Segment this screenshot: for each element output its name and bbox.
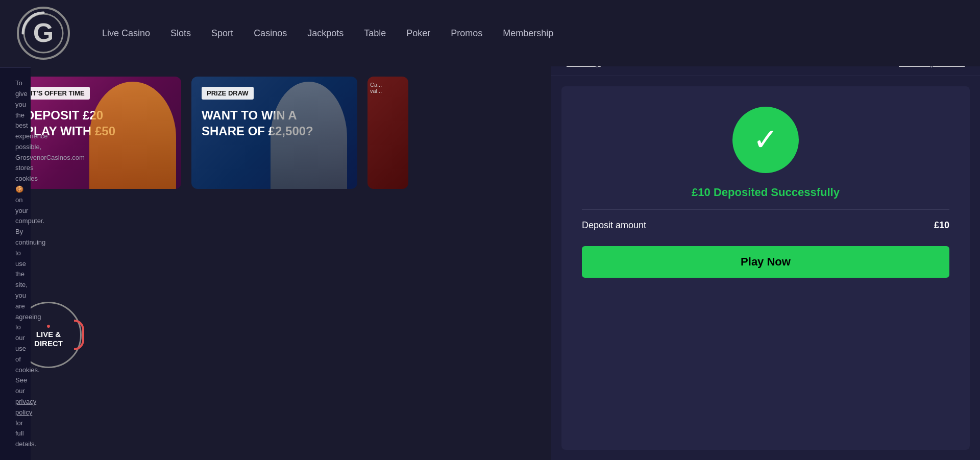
deposit-success-area: ✓ £10 Deposited Successfully Deposit amo… bbox=[561, 86, 970, 450]
cookie-privacy-link[interactable]: privacy policy bbox=[15, 398, 36, 416]
nav-promos[interactable]: Promos bbox=[440, 23, 493, 44]
main-content: IT'S OFFER TIME DEPOSIT £20PLAY WITH £50… bbox=[0, 66, 424, 460]
nav-live-casino[interactable]: Live Casino bbox=[92, 23, 160, 44]
main-nav: Live Casino Slots Sport Casinos Jackpots… bbox=[92, 23, 965, 44]
cookie-text-after-link: for full details. bbox=[15, 419, 36, 448]
promo-card-2[interactable]: PRIZE DRAW WANT TO WIN ASHARE OF £2,500?… bbox=[191, 77, 357, 189]
header: G Live Casino Slots Sport Casinos Jackpo… bbox=[0, 0, 980, 66]
nav-slots[interactable]: Slots bbox=[160, 23, 201, 44]
nav-casinos[interactable]: Casinos bbox=[243, 23, 297, 44]
live-arc-right bbox=[74, 320, 84, 350]
nav-sport[interactable]: Sport bbox=[201, 23, 243, 44]
nav-poker[interactable]: Poker bbox=[396, 23, 440, 44]
play-now-button[interactable]: Play Now bbox=[582, 246, 949, 278]
success-circle: ✓ bbox=[732, 107, 799, 173]
promo-character-2 bbox=[271, 82, 347, 189]
nav-membership[interactable]: Membership bbox=[493, 23, 564, 44]
logo[interactable]: G bbox=[15, 5, 71, 61]
promo-section: IT'S OFFER TIME DEPOSIT £20PLAY WITH £50… bbox=[0, 66, 424, 199]
svg-text:G: G bbox=[33, 18, 54, 47]
deposit-amount-divider bbox=[582, 209, 949, 210]
deposit-panel: ‹ 👤 Category DEPOSIT × Live Help Set a D… bbox=[551, 0, 980, 460]
live-circle-inner: ● LIVE &DIRECT bbox=[34, 322, 63, 348]
success-message: £10 Deposited Successfully bbox=[692, 186, 840, 199]
live-dot: ● bbox=[34, 322, 63, 330]
promo-card-3[interactable]: Ca...val... bbox=[368, 77, 408, 189]
deposit-amount-label: Deposit amount bbox=[582, 220, 646, 231]
promo-badge-2: PRIZE DRAW bbox=[202, 87, 254, 100]
deposit-amount-row: Deposit amount £10 bbox=[582, 220, 949, 231]
promo-character-1 bbox=[89, 82, 176, 189]
promo-badge-1: IT'S OFFER TIME bbox=[26, 87, 90, 100]
nav-jackpots[interactable]: Jackpots bbox=[297, 23, 354, 44]
deposit-amount-value: £10 bbox=[934, 220, 949, 231]
live-direct-text: LIVE &DIRECT bbox=[34, 330, 63, 348]
checkmark-icon: ✓ bbox=[753, 125, 778, 155]
cookie-notice: To give you the best experience possible… bbox=[0, 67, 31, 460]
nav-table[interactable]: Table bbox=[354, 23, 396, 44]
promo-card-3-text: Ca...val... bbox=[368, 77, 408, 99]
